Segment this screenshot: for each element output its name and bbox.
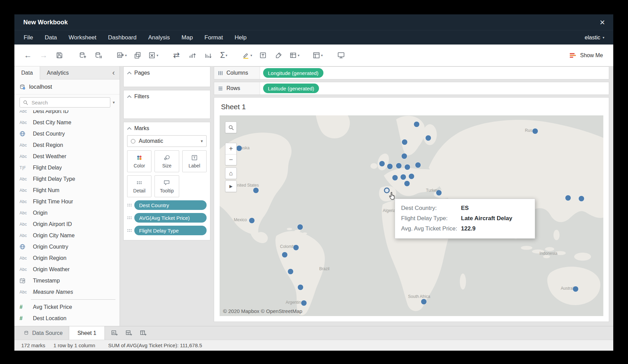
map-mark[interactable]	[392, 175, 398, 180]
mark-type-dropdown[interactable]: Automatic ▾	[127, 135, 207, 147]
map-mark[interactable]	[236, 146, 242, 151]
map-mark[interactable]	[249, 218, 255, 223]
new-data-source-button[interactable]	[75, 48, 90, 63]
reset-home-button[interactable]: ⌂	[225, 167, 237, 179]
totals-button[interactable]: Σ▾	[216, 48, 232, 63]
marks-pill-avg-avg-ticket-price[interactable]: AVG(Avg Ticket Price)	[134, 213, 207, 223]
field-dest-location[interactable]: #Dest Location	[14, 313, 120, 324]
menu-format[interactable]: Format	[199, 30, 229, 45]
map-mark[interactable]	[404, 181, 410, 186]
show-me-button[interactable]: Show Me	[569, 52, 608, 59]
field-origin-city-name[interactable]: AbcOrigin City Name	[14, 230, 120, 241]
zoom-out-button[interactable]: −	[225, 154, 236, 165]
map-mark[interactable]	[402, 153, 407, 159]
field-dest-region[interactable]: AbcDest Region	[14, 139, 120, 151]
label-button[interactable]: Label	[182, 150, 207, 172]
show-hide-cards-button[interactable]: ▾	[310, 48, 325, 63]
save-button[interactable]	[51, 48, 67, 63]
field-dest-country[interactable]: Dest Country	[14, 128, 120, 139]
zoom-in-button[interactable]: +	[225, 143, 236, 154]
map-mark[interactable]	[426, 135, 431, 141]
map-mark[interactable]	[414, 122, 419, 127]
tooltip-button[interactable]: Tooltip	[155, 175, 179, 197]
search-input[interactable]	[31, 99, 107, 106]
columns-pill[interactable]: Longitude (generated)	[263, 68, 323, 78]
map-mark[interactable]	[288, 269, 293, 274]
menu-analysis[interactable]: Analysis	[142, 30, 175, 45]
map-mark[interactable]	[379, 161, 385, 166]
map-mark[interactable]	[298, 285, 303, 290]
field-origin-weather[interactable]: AbcOrigin Weather	[14, 264, 120, 275]
pan-flyout-button[interactable]: ▶	[225, 180, 237, 192]
map-mark[interactable]	[405, 164, 410, 170]
color-button[interactable]: Color	[127, 150, 151, 172]
rows-pill[interactable]: Latitude (generated)	[263, 84, 319, 93]
new-worksheet-tab-button[interactable]	[108, 326, 121, 340]
map-attribution[interactable]: © 2020 Mapbox © OpenStreetMap	[223, 308, 302, 314]
field-dest-airport-id[interactable]: AbcDest Airport ID	[14, 110, 120, 117]
map-mark[interactable]	[387, 164, 393, 169]
map-search-button[interactable]	[225, 122, 237, 133]
search-options-caret[interactable]: ▾	[113, 100, 116, 105]
new-dashboard-tab-button[interactable]	[122, 326, 136, 340]
field-flight-delay-type[interactable]: AbcFlight Delay Type	[14, 173, 120, 185]
menu-file[interactable]: File	[18, 30, 39, 45]
presentation-mode-button[interactable]	[333, 48, 349, 63]
data-source-tab[interactable]: Data Source	[18, 326, 69, 340]
field-flight-num[interactable]: AbcFlight Num	[14, 185, 120, 196]
map-mark[interactable]	[415, 162, 421, 168]
map-mark[interactable]	[301, 300, 307, 306]
sheet1-tab[interactable]: Sheet 1	[69, 326, 105, 340]
duplicate-sheet-button[interactable]	[130, 48, 145, 63]
collapse-chevron-icon[interactable]	[127, 72, 132, 76]
map-view[interactable]: AlaskaUnited StatesMexicoColombiaBrazilA…	[220, 115, 603, 316]
swap-rows-columns-button[interactable]: ⇄	[169, 48, 184, 63]
field-origin-airport-id[interactable]: AbcOrigin Airport ID	[14, 218, 120, 230]
field-timestamp[interactable]: Timestamp	[14, 275, 120, 286]
menu-worksheet[interactable]: Worksheet	[63, 30, 102, 45]
menu-data[interactable]: Data	[39, 30, 63, 45]
show-mark-labels-button[interactable]	[255, 48, 271, 63]
user-menu[interactable]: elastic ▾	[585, 30, 610, 45]
tab-analytics[interactable]: Analytics	[40, 66, 76, 79]
pause-auto-updates-button[interactable]	[90, 48, 106, 63]
map-mark[interactable]	[401, 174, 406, 180]
collapse-pane-button[interactable]: ‹	[108, 66, 120, 79]
undo-button[interactable]: ←	[20, 48, 36, 63]
map-mark[interactable]	[421, 299, 427, 304]
map-mark[interactable]	[579, 196, 584, 201]
size-button[interactable]: Size	[155, 150, 179, 172]
tab-data[interactable]: Data	[14, 66, 40, 79]
map-mark[interactable]	[409, 174, 414, 179]
field-flight-delay[interactable]: T|FFlight Delay	[14, 162, 120, 173]
menu-map[interactable]: Map	[176, 30, 199, 45]
map-mark[interactable]	[532, 128, 538, 134]
map-mark[interactable]	[402, 139, 407, 145]
detail-button[interactable]: Detail	[127, 175, 151, 197]
field-avg-ticket-price[interactable]: #Avg Ticket Price	[14, 301, 120, 313]
map-mark[interactable]	[297, 224, 303, 230]
highlight-button[interactable]: ▾	[239, 48, 255, 63]
menu-help[interactable]: Help	[229, 30, 253, 45]
field-origin-region[interactable]: AbcOrigin Region	[14, 252, 120, 264]
sort-ascending-button[interactable]	[184, 48, 200, 63]
map-mark[interactable]	[565, 195, 571, 201]
rows-shelf[interactable]: Rows Latitude (generated)	[214, 82, 609, 95]
collapse-chevron-icon[interactable]	[127, 127, 132, 131]
map-mark[interactable]	[293, 245, 299, 250]
map-mark[interactable]	[253, 188, 259, 193]
format-workbook-button[interactable]	[271, 48, 286, 63]
marks-pill-dest-country[interactable]: Dest Country	[134, 200, 207, 210]
columns-shelf[interactable]: Columns Longitude (generated)	[214, 66, 609, 79]
map-mark[interactable]	[436, 190, 442, 196]
map-mark[interactable]	[573, 286, 578, 292]
collapse-chevron-icon[interactable]	[127, 95, 132, 100]
map-mark[interactable]	[396, 163, 402, 168]
clear-sheet-button[interactable]: ▾	[145, 48, 161, 63]
field-origin[interactable]: AbcOrigin	[14, 207, 120, 218]
fit-button[interactable]: ▾	[286, 48, 302, 63]
new-story-tab-button[interactable]	[136, 326, 150, 340]
connection-row[interactable]: localhost	[14, 79, 120, 95]
map-mark[interactable]	[282, 252, 287, 258]
close-button[interactable]: ×	[595, 14, 610, 30]
